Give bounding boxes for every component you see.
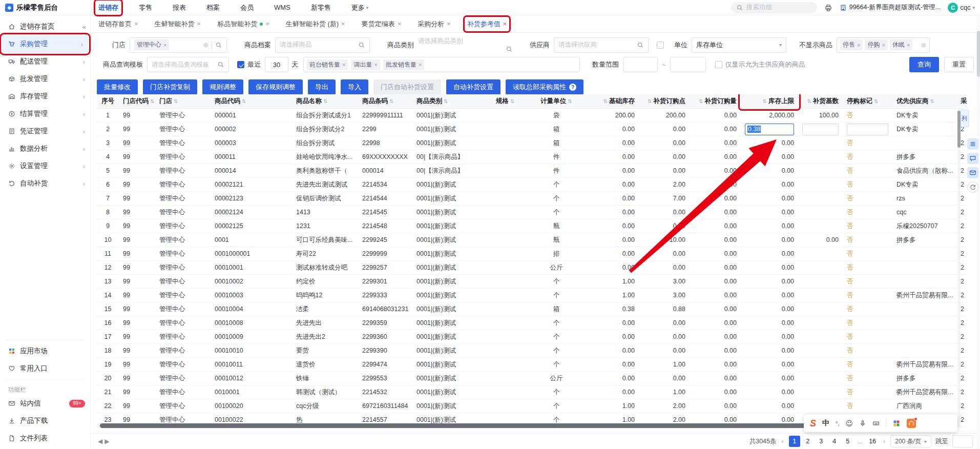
column-header-upper[interactable]: ⇅库存上限 bbox=[741, 94, 798, 108]
scroll-left-button[interactable]: ◀ bbox=[98, 438, 102, 445]
jump-page-input[interactable] bbox=[952, 435, 973, 447]
menu-item-进销存[interactable]: 进销存 bbox=[96, 2, 120, 14]
sidebar-item-设置管理[interactable]: 设置管理› bbox=[0, 157, 90, 175]
sort-icon[interactable]: ⇅ bbox=[323, 98, 327, 104]
punctuation-icon[interactable]: °, bbox=[836, 420, 839, 426]
close-icon[interactable]: × bbox=[265, 20, 269, 28]
page-button-4[interactable]: 4 bbox=[829, 436, 840, 447]
sort-icon[interactable]: ⇅ bbox=[763, 98, 767, 104]
column-header-store_code[interactable]: 门店代码⇅ bbox=[119, 94, 155, 108]
float-list-button[interactable] bbox=[967, 138, 978, 150]
hide-products-input[interactable]: 停售×停购×休眠× ⊗ bbox=[837, 37, 930, 53]
menu-item-新零售[interactable]: 新零售 bbox=[309, 2, 333, 14]
sidebar-item-自动补货[interactable]: 自动补货› bbox=[0, 175, 90, 192]
next-page-button[interactable]: › bbox=[882, 438, 886, 445]
column-header-idx[interactable]: 序号 bbox=[97, 94, 119, 108]
range-max-input[interactable] bbox=[670, 57, 706, 72]
page-button-1[interactable]: 1 bbox=[789, 436, 800, 447]
search-icon[interactable] bbox=[358, 42, 365, 49]
search-icon[interactable] bbox=[217, 61, 224, 68]
service-icon[interactable] bbox=[907, 419, 916, 428]
sort-icon[interactable]: ⇅ bbox=[807, 98, 811, 104]
range-min-input[interactable] bbox=[623, 57, 658, 72]
supplier-filter-input[interactable]: 请选择供应商 bbox=[554, 37, 649, 53]
column-header-extra[interactable]: 采 bbox=[956, 94, 968, 108]
sort-icon[interactable]: ⇅ bbox=[930, 98, 934, 104]
printer-icon[interactable] bbox=[824, 4, 832, 12]
menu-item-档案[interactable]: 档案 bbox=[204, 2, 222, 14]
tab-生鲜智能补货 (新)[interactable]: 生鲜智能补货 (新)× bbox=[284, 18, 347, 30]
product-filter-input[interactable]: 请选择商品 bbox=[275, 37, 370, 53]
sidebar-item-库存管理[interactable]: 库存管理› bbox=[0, 88, 90, 105]
page-size-select[interactable]: 200 条/页 ▾ bbox=[890, 435, 931, 447]
tag-close-icon[interactable]: × bbox=[419, 62, 422, 68]
misc-checkbox[interactable] bbox=[657, 42, 664, 49]
column-header-code[interactable]: 商品代码⇅ bbox=[211, 94, 292, 108]
tag-close-icon[interactable]: × bbox=[857, 42, 860, 48]
mic-icon[interactable] bbox=[859, 420, 866, 427]
edit-input-basenum[interactable] bbox=[802, 124, 839, 135]
sidebar-item-应用市场[interactable]: 应用市场 bbox=[0, 342, 90, 360]
search-icon[interactable] bbox=[215, 42, 222, 49]
action-button-读取总部采购属性[interactable]: 读取总部采购属性? bbox=[506, 79, 583, 95]
page-button-5[interactable]: 5 bbox=[842, 436, 853, 447]
tag-close-icon[interactable]: × bbox=[163, 42, 166, 48]
search-icon[interactable] bbox=[637, 42, 644, 49]
tag-close-icon[interactable]: × bbox=[882, 42, 885, 48]
column-header-category[interactable]: 商品类别⇅ bbox=[412, 94, 492, 108]
recent-days-input[interactable]: 30 bbox=[265, 57, 288, 72]
close-icon[interactable]: × bbox=[503, 20, 507, 28]
edit-input-stop[interactable] bbox=[847, 124, 888, 135]
sidebar-item-批发管理[interactable]: 批发管理› bbox=[0, 70, 90, 88]
vertical-scrollbar-thumb[interactable] bbox=[957, 111, 961, 148]
sidebar-item-产品下载[interactable]: 产品下载 bbox=[0, 412, 90, 430]
query-button[interactable]: 查询 bbox=[909, 57, 939, 72]
sidebar-item-进销存首页[interactable]: 进销存首页« bbox=[0, 18, 90, 35]
search-icon[interactable] bbox=[506, 46, 513, 53]
keyboard-icon[interactable] bbox=[872, 420, 880, 427]
action-button-自动补货设置[interactable]: 自动补货设置 bbox=[446, 79, 501, 95]
metric-tags-input[interactable]: 前台销售量×调出量×批发销售量× bbox=[303, 57, 580, 72]
float-message-button[interactable] bbox=[967, 153, 978, 164]
category-filter-input[interactable]: 请选择商品类别 bbox=[418, 37, 513, 53]
clear-icon[interactable]: ⊗ bbox=[921, 41, 926, 49]
tab-采购分析[interactable]: 采购分析× bbox=[416, 18, 452, 30]
sort-icon[interactable]: ⇅ bbox=[603, 98, 608, 104]
sidebar-item-常用入口[interactable]: 常用入口 bbox=[0, 360, 90, 377]
clear-icon[interactable]: ⊗ bbox=[203, 41, 208, 49]
sort-icon[interactable]: ⇅ bbox=[568, 98, 572, 104]
tab-补货参考值[interactable]: 补货参考值× bbox=[466, 18, 509, 30]
sidebar-item-站内信[interactable]: 站内信99+ bbox=[0, 395, 90, 412]
sort-icon[interactable]: ⇅ bbox=[510, 98, 514, 104]
template-filter-input[interactable]: 请选择商品查询模板 bbox=[147, 57, 229, 72]
page-scrollbar-thumb[interactable] bbox=[977, 31, 980, 77]
column-header-barcode[interactable]: 商品条码⇅ bbox=[358, 94, 412, 108]
emoji-icon[interactable]: ☺ bbox=[845, 419, 853, 427]
page-button-3[interactable]: 3 bbox=[816, 436, 827, 447]
float-refresh-button[interactable] bbox=[967, 181, 978, 193]
menu-item-WMS[interactable]: WMS bbox=[272, 2, 293, 14]
prev-page-button[interactable]: ‹ bbox=[781, 438, 785, 445]
tag-close-icon[interactable]: × bbox=[342, 62, 345, 68]
sidebar-item-凭证管理[interactable]: 凭证管理› bbox=[0, 123, 90, 140]
sort-icon[interactable]: ⇅ bbox=[648, 98, 652, 104]
close-icon[interactable]: × bbox=[447, 20, 451, 28]
last-page-button[interactable]: 16 bbox=[867, 436, 878, 447]
tab-要货定编表[interactable]: 要货定编表× bbox=[360, 18, 403, 30]
menu-item-更多[interactable]: 更多▾ bbox=[349, 2, 371, 14]
column-header-store[interactable]: 门店⇅ bbox=[155, 94, 211, 108]
column-header-point[interactable]: ⇅补货订购点 bbox=[639, 94, 690, 108]
action-button-保存规则调整[interactable]: 保存规则调整 bbox=[248, 79, 303, 95]
close-icon[interactable]: × bbox=[398, 20, 402, 28]
close-icon[interactable]: × bbox=[134, 20, 138, 28]
sidebar-item-结算管理[interactable]: 结算管理› bbox=[0, 105, 90, 123]
tag-close-icon[interactable]: × bbox=[374, 62, 377, 68]
sort-icon[interactable]: ⇅ bbox=[242, 98, 246, 104]
column-header-basenum[interactable]: ⇅补货基数 bbox=[798, 94, 843, 108]
close-icon[interactable]: × bbox=[341, 20, 345, 28]
global-search-input[interactable]: 搜索功能 bbox=[731, 2, 817, 13]
sidebar-item-配送管理[interactable]: 配送管理› bbox=[0, 53, 90, 70]
recent-checkbox[interactable] bbox=[237, 61, 244, 68]
menu-item-零售[interactable]: 零售 bbox=[137, 2, 154, 14]
reset-button[interactable]: 重置 bbox=[944, 57, 974, 72]
